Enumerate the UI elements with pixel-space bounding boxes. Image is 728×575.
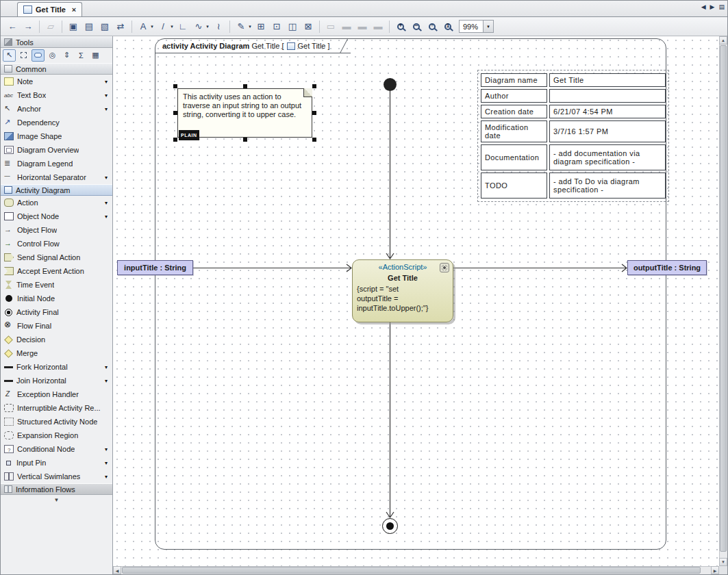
- palette-header-tools[interactable]: Tools: [1, 36, 112, 48]
- sidebar-item-input-pin[interactable]: Input Pin▾: [1, 456, 112, 470]
- activity-final-node[interactable]: [382, 518, 398, 534]
- exchange-button[interactable]: ⇄: [113, 19, 128, 34]
- route-spline-button[interactable]: ≀: [211, 19, 226, 34]
- paste-button[interactable]: ▤: [81, 19, 97, 34]
- sidebar-item-action[interactable]: Action▾: [1, 196, 112, 209]
- sidebar-item-object-flow[interactable]: Object Flow: [1, 223, 112, 237]
- note-plain-mode-badge[interactable]: PLAIN: [179, 130, 199, 140]
- action-node-get-title[interactable]: «ActionScript» Get Title {script = "set …: [352, 259, 453, 322]
- resize-button-1[interactable]: ▬: [339, 19, 354, 34]
- scroll-left-icon[interactable]: ◀: [113, 566, 121, 574]
- sidebar-item-flow-final[interactable]: Flow Final: [1, 319, 112, 333]
- sidebar-item-accept-event-action[interactable]: Accept Event Action: [1, 264, 112, 278]
- sidebar-item-dependency[interactable]: Dependency: [1, 116, 112, 129]
- vertical-tool-button[interactable]: ⇕: [60, 49, 73, 62]
- input-parameter-node[interactable]: inputTitle : String: [117, 260, 193, 275]
- chevron-down-icon[interactable]: ▾: [105, 79, 108, 85]
- selection-handle[interactable]: [312, 84, 316, 88]
- chevron-down-icon[interactable]: ▾: [105, 364, 108, 370]
- sidebar-item-diagram-overview[interactable]: Diagram Overview: [1, 143, 112, 157]
- sum-tool-button[interactable]: Σ: [75, 49, 88, 62]
- sidebar-item-image-shape[interactable]: Image Shape: [1, 129, 112, 143]
- chevron-down-icon[interactable]: ▾: [483, 21, 493, 32]
- zoom-in-button[interactable]: +: [393, 19, 408, 34]
- zoom-fit-button[interactable]: ▫: [425, 19, 440, 34]
- resize-button-2[interactable]: ▬: [355, 19, 370, 34]
- scroll-right-icon[interactable]: ▶: [711, 566, 719, 574]
- route-curved-button[interactable]: ∿: [191, 19, 206, 34]
- chevron-down-icon[interactable]: ▾: [105, 200, 108, 206]
- tab-close-icon[interactable]: ×: [72, 5, 76, 14]
- tab-prev-icon[interactable]: ◀: [701, 3, 706, 10]
- sidebar-item-vertical-swimlanes[interactable]: Vertical Swimlanes▾: [1, 470, 112, 483]
- pointer-tool-button[interactable]: ↖: [3, 49, 16, 62]
- grid-tool-button[interactable]: ▦: [89, 49, 102, 62]
- copy-button[interactable]: ▣: [66, 19, 81, 34]
- selection-handle[interactable]: [173, 84, 177, 88]
- tab-list-icon[interactable]: ▤: [718, 3, 725, 10]
- sidebar-item-exception-handler[interactable]: Exception Handler: [1, 387, 112, 401]
- sidebar-item-merge[interactable]: Merge: [1, 346, 112, 360]
- zoom-1-1-button[interactable]: 1: [440, 19, 455, 34]
- sidebar-item-join-horizontal[interactable]: Join Horizontal▾: [1, 374, 112, 387]
- sidebar-item-note[interactable]: Note▾: [1, 75, 112, 88]
- sidebar-item-conditional-node[interactable]: Conditional Node▾: [1, 442, 112, 456]
- chevron-down-icon[interactable]: ▾: [105, 460, 108, 466]
- sidebar-item-decision[interactable]: Decision: [1, 333, 112, 346]
- sidebar-item-initial-node[interactable]: Initial Node: [1, 292, 112, 305]
- diagram-info-table[interactable]: Diagram name Get Title Author Creation d…: [477, 70, 669, 202]
- selection-handle[interactable]: [243, 138, 247, 142]
- vertical-scroll-thumb[interactable]: [720, 45, 727, 552]
- insert-frame-button[interactable]: ⊞: [253, 19, 268, 34]
- tab-next-icon[interactable]: ▶: [710, 3, 715, 10]
- selection-handle[interactable]: [173, 138, 177, 142]
- vertical-scrollbar[interactable]: ▲ ▼: [719, 36, 727, 566]
- sidebar-item-object-node[interactable]: Object Node▾: [1, 209, 112, 223]
- chevron-down-icon[interactable]: ▾: [105, 106, 108, 112]
- zoom-select[interactable]: 99% ▾: [459, 20, 494, 33]
- sidebar-item-anchor[interactable]: Anchor▾: [1, 102, 112, 116]
- selection-handle[interactable]: [312, 111, 316, 115]
- forward-button[interactable]: →: [21, 19, 36, 34]
- note-shape[interactable]: This activity uses an action to traverse…: [177, 88, 312, 138]
- resize-button-3[interactable]: ▬: [371, 19, 386, 34]
- route-oblique-button[interactable]: /: [155, 19, 171, 34]
- chevron-down-icon[interactable]: ▾: [105, 378, 108, 384]
- fit-to-window-button[interactable]: ▭: [323, 19, 338, 34]
- palette-header-information-flows[interactable]: Information Flows: [1, 483, 112, 495]
- palette-header-activity-diagram[interactable]: Activity Diagram: [1, 184, 112, 196]
- shape-tool-button[interactable]: [32, 49, 45, 62]
- sidebar-item-structured-activity-node[interactable]: Structured Activity Node: [1, 415, 112, 429]
- back-button[interactable]: ←: [5, 19, 20, 34]
- sidebar-item-horizontal-separator[interactable]: Horizontal Separator▾: [1, 170, 112, 184]
- diagram-canvas[interactable]: activity Activity Diagram Get Title [Get…: [113, 36, 719, 566]
- chevron-down-icon[interactable]: ▾: [105, 446, 108, 452]
- sidebar-item-diagram-legend[interactable]: Diagram Legend: [1, 157, 112, 170]
- horizontal-scroll-thumb[interactable]: [122, 567, 701, 574]
- horizontal-scrollbar[interactable]: ◀ ▶: [113, 566, 719, 574]
- sidebar-item-activity-final[interactable]: Activity Final: [1, 305, 112, 319]
- palette-header-common[interactable]: Common: [1, 63, 112, 75]
- chevron-down-icon[interactable]: ▾: [105, 214, 108, 220]
- chevron-down-icon[interactable]: ▾: [105, 474, 108, 480]
- sidebar-item-fork-horizontal[interactable]: Fork Horizontal▾: [1, 360, 112, 374]
- output-parameter-node[interactable]: outputTitle : String: [627, 260, 707, 275]
- initial-node[interactable]: [384, 78, 397, 91]
- chevron-down-icon[interactable]: ▾: [105, 175, 108, 181]
- selection-handle[interactable]: [173, 111, 177, 115]
- sidebar-item-expansion-region[interactable]: Expansion Region: [1, 429, 112, 442]
- marquee-tool-button[interactable]: [17, 49, 30, 62]
- dependency-matrix-button[interactable]: ⊠: [301, 19, 316, 34]
- zoom-out-button[interactable]: −: [409, 19, 424, 34]
- tab-get-title[interactable]: Get Title ×: [17, 2, 82, 16]
- delete-button[interactable]: ▧: [97, 19, 112, 34]
- related-elements-button[interactable]: ▱: [43, 19, 58, 34]
- sidebar-item-control-flow[interactable]: Control Flow: [1, 237, 112, 251]
- insert-content-button[interactable]: ⊡: [269, 19, 284, 34]
- chevron-down-icon[interactable]: ▾: [105, 92, 108, 99]
- target-tool-button[interactable]: ◎: [46, 49, 59, 62]
- layout-button[interactable]: A: [136, 19, 151, 34]
- selection-handle[interactable]: [312, 138, 316, 142]
- scroll-up-icon[interactable]: ▲: [719, 36, 727, 44]
- insert-legend-button[interactable]: ◫: [285, 19, 300, 34]
